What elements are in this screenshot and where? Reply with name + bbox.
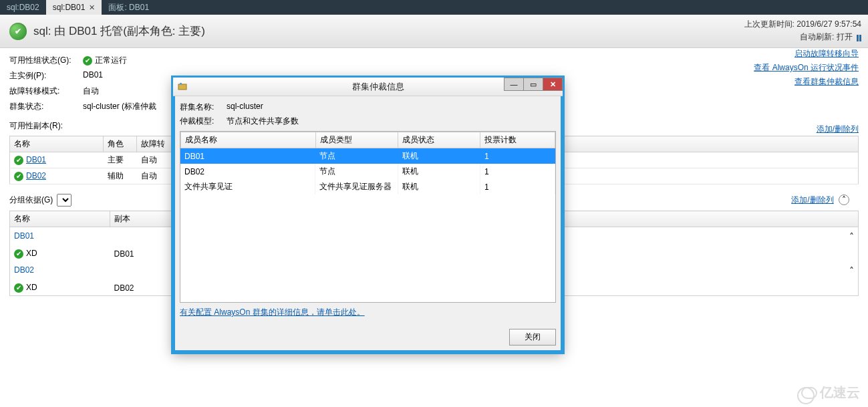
- col-member-type[interactable]: 成员类型: [315, 132, 398, 148]
- header-strip: ✔ sql: 由 DB01 托管(副本角色: 主要) 上次更新时间: 2019/…: [0, 15, 868, 48]
- tab-sql-db01[interactable]: sql:DB01 ✕: [46, 0, 102, 15]
- replica-link[interactable]: DB02: [26, 171, 46, 180]
- group-header-label: DB01: [14, 231, 34, 241]
- watermark-text: 亿速云: [820, 384, 860, 402]
- primary-value: DB01: [83, 70, 103, 82]
- title-bar[interactable]: 群集仲裁信息 — ▭ ✕: [173, 78, 563, 96]
- cell-member-state: 联机: [398, 148, 480, 164]
- check-icon: ✔: [14, 156, 23, 165]
- replica-link[interactable]: DB01: [26, 155, 46, 164]
- cell-member-type: 文件共享见证服务器: [315, 179, 398, 194]
- col-name[interactable]: 名称: [10, 136, 104, 152]
- auto-refresh-value: 打开: [837, 32, 853, 41]
- col-vote-count[interactable]: 投票计数: [480, 132, 555, 148]
- check-icon: ✔: [14, 249, 23, 259]
- expand-up-icon[interactable]: ˄: [839, 194, 849, 205]
- maximize-button[interactable]: ▭: [523, 78, 543, 91]
- cluster-name-value: sql-cluster: [227, 102, 263, 113]
- link-failover-wizard[interactable]: 启动故障转移向导: [754, 48, 859, 59]
- table-row[interactable]: 文件共享见证 文件共享见证服务器 联机 1: [180, 179, 555, 194]
- link-quorum-info[interactable]: 查看群集仲裁信息: [754, 76, 859, 88]
- link-config-docs[interactable]: 有关配置 AlwaysOn 群集的详细信息，请单击此处。: [180, 307, 365, 317]
- pause-icon[interactable]: [855, 34, 861, 41]
- db-name: XD: [26, 283, 37, 292]
- db-name: XD: [26, 249, 37, 258]
- group-header-label: DB02: [14, 265, 34, 275]
- cell-member-name: 文件共享见证: [180, 179, 315, 194]
- tab-sql-db02[interactable]: sql:DB02: [0, 0, 46, 15]
- row-avail-state: 可用性组状态(G): ✔正常运行: [9, 55, 859, 66]
- cluster-members-table: 成员名称 成员类型 成员状态 投票计数 DB01 节点 联机 1 DB02 节点…: [180, 131, 556, 303]
- col-name[interactable]: 名称: [10, 211, 110, 227]
- cell-member-type: 节点: [315, 148, 398, 164]
- cell-member-type: 节点: [315, 164, 398, 179]
- groupby-select[interactable]: [57, 194, 71, 207]
- cluster-name-label: 群集名称:: [180, 102, 227, 113]
- cell-member-state: 联机: [398, 179, 480, 194]
- svg-rect-1: [180, 83, 182, 85]
- groupby-label: 分组依据(G): [9, 194, 53, 206]
- right-links: 启动故障转移向导 查看 AlwaysOn 运行状况事件 查看群集仲裁信息: [754, 48, 859, 90]
- close-dialog-button[interactable]: 关闭: [509, 329, 556, 346]
- chevron-up-icon[interactable]: ˄: [849, 231, 854, 242]
- watermark-logo-icon: [801, 387, 817, 399]
- check-icon: ✔: [14, 283, 23, 293]
- link-add-remove-cols-1[interactable]: 添加/删除列: [817, 124, 859, 135]
- cell-vote: 1: [480, 164, 555, 179]
- svg-rect-0: [178, 84, 186, 90]
- cluster-state-value: sql-cluster (标准仲裁: [83, 101, 156, 112]
- tabs-bar: sql:DB02 sql:DB01 ✕ 面板: DB01: [0, 0, 868, 15]
- tab-panel-db01[interactable]: 面板: DB01: [102, 0, 156, 15]
- last-update-label: 上次更新时间:: [744, 19, 794, 29]
- auto-refresh-label: 自动刷新:: [800, 32, 834, 41]
- avail-state-value: 正常运行: [95, 55, 127, 65]
- check-icon: ✔: [83, 56, 92, 65]
- cell-vote: 1: [480, 148, 555, 164]
- close-icon[interactable]: ✕: [89, 3, 95, 12]
- tab-label: sql:DB01: [53, 3, 86, 12]
- cell-member-name: DB01: [180, 148, 315, 164]
- row-cluster-name: 群集名称: sql-cluster: [180, 102, 556, 113]
- table-row[interactable]: DB02 节点 联机 1: [180, 164, 555, 179]
- status-ok-icon: ✔: [9, 23, 27, 40]
- watermark: 亿速云: [801, 384, 860, 402]
- cluster-state-label: 群集状态:: [9, 101, 83, 112]
- cell-role: 主要: [104, 152, 137, 168]
- quorum-model-value: 节点和文件共享多数: [227, 116, 299, 127]
- chevron-up-icon[interactable]: ˄: [849, 265, 854, 276]
- failover-mode-value: 自动: [83, 86, 99, 97]
- cell-member-state: 联机: [398, 164, 480, 179]
- table-row[interactable]: DB01 节点 联机 1: [180, 148, 555, 164]
- app-icon: [177, 82, 188, 92]
- quorum-model-label: 仲裁模型:: [180, 116, 227, 127]
- col-member-name[interactable]: 成员名称: [181, 132, 316, 148]
- close-button[interactable]: ✕: [543, 78, 563, 91]
- quorum-dialog: 群集仲裁信息 — ▭ ✕ 群集名称: sql-cluster 仲裁模型: 节点和…: [172, 77, 563, 353]
- last-update-value: 2019/6/27 9:57:54: [797, 19, 861, 29]
- link-add-remove-cols-2[interactable]: 添加/删除列: [791, 195, 833, 205]
- minimize-button[interactable]: —: [504, 78, 524, 91]
- header-meta: 上次更新时间: 2019/6/27 9:57:54 自动刷新: 打开: [744, 19, 861, 44]
- link-health-events[interactable]: 查看 AlwaysOn 运行状况事件: [754, 62, 859, 74]
- col-member-state[interactable]: 成员状态: [398, 132, 480, 148]
- failover-mode-label: 故障转移模式:: [9, 86, 83, 97]
- cell-role: 辅助: [104, 168, 137, 184]
- cell-member-name: DB02: [180, 164, 315, 179]
- cell-vote: 1: [480, 179, 555, 194]
- primary-label: 主实例(P):: [9, 70, 83, 82]
- col-role[interactable]: 角色: [104, 136, 137, 152]
- check-icon: ✔: [14, 172, 23, 181]
- dialog-body: 群集名称: sql-cluster 仲裁模型: 节点和文件共享多数 成员名称 成…: [173, 96, 563, 352]
- page-title: sql: 由 DB01 托管(副本角色: 主要): [33, 23, 205, 39]
- row-quorum-model: 仲裁模型: 节点和文件共享多数: [180, 116, 556, 127]
- avail-state-label: 可用性组状态(G):: [9, 55, 83, 66]
